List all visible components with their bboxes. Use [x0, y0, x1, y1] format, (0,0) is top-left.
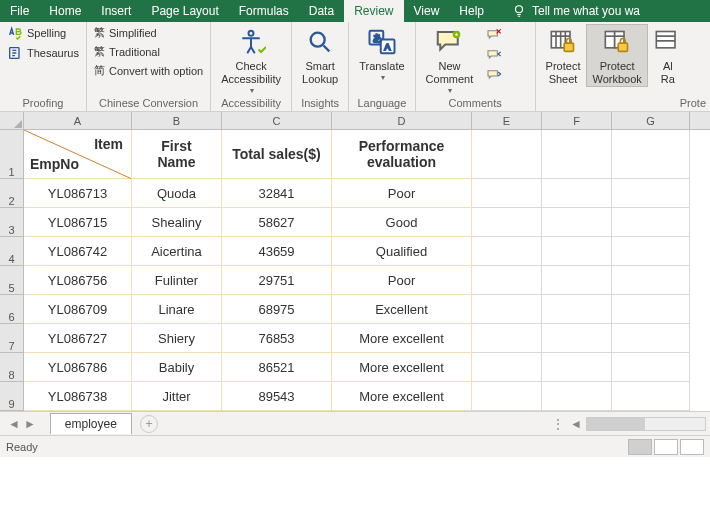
cell[interactable]: More excellent [332, 324, 472, 353]
row-header-8[interactable]: 8 [0, 353, 24, 382]
select-all-corner[interactable] [0, 112, 24, 129]
cell[interactable] [612, 324, 690, 353]
tab-review[interactable]: Review [344, 0, 403, 22]
cell[interactable] [472, 353, 542, 382]
tab-file[interactable]: File [0, 0, 39, 22]
cell[interactable] [542, 295, 612, 324]
cell[interactable]: YL086715 [24, 208, 132, 237]
sheet-tab-employee[interactable]: employee [50, 413, 132, 434]
cell[interactable] [472, 266, 542, 295]
row-header-4[interactable]: 4 [0, 237, 24, 266]
cell[interactable]: 89543 [222, 382, 332, 411]
tell-me-search[interactable]: Tell me what you wa [494, 0, 710, 22]
cell[interactable] [612, 295, 690, 324]
tab-page-layout[interactable]: Page Layout [141, 0, 228, 22]
row-header-2[interactable]: 2 [0, 179, 24, 208]
cell[interactable] [542, 382, 612, 411]
cell[interactable] [542, 324, 612, 353]
cell[interactable] [612, 130, 690, 179]
cell[interactable]: Aicertina [132, 237, 222, 266]
sheet-nav[interactable]: ◄ ► [0, 417, 44, 431]
cell[interactable]: YL086742 [24, 237, 132, 266]
cell[interactable]: Qualified [332, 237, 472, 266]
simplified-button[interactable]: 繁 Simplified [91, 24, 206, 41]
cell[interactable]: YL086786 [24, 353, 132, 382]
prev-comment-icon[interactable] [485, 48, 503, 64]
next-comment-icon[interactable] [485, 68, 503, 84]
thesaurus-button[interactable]: Thesaurus [4, 44, 82, 62]
convert-option-button[interactable]: 简 Convert with option [91, 62, 206, 79]
cell[interactable] [612, 382, 690, 411]
cell[interactable] [612, 179, 690, 208]
tab-insert[interactable]: Insert [91, 0, 141, 22]
cell[interactable] [472, 382, 542, 411]
allow-ranges-button[interactable]: AlRa [648, 24, 688, 86]
cell[interactable]: Babily [132, 353, 222, 382]
cell[interactable] [542, 130, 612, 179]
cell[interactable]: Shealiny [132, 208, 222, 237]
tab-formulas[interactable]: Formulas [229, 0, 299, 22]
cell[interactable]: Quoda [132, 179, 222, 208]
cell[interactable]: More excellent [332, 353, 472, 382]
cell[interactable] [542, 179, 612, 208]
cell[interactable]: YL086727 [24, 324, 132, 353]
cell[interactable]: Fulinter [132, 266, 222, 295]
cell[interactable] [542, 353, 612, 382]
page-layout-view-button[interactable] [654, 439, 678, 455]
cell[interactable]: Performanceevaluation [332, 130, 472, 179]
add-sheet-button[interactable]: ＋ [140, 415, 158, 433]
row-header-1[interactable]: 1 [0, 130, 24, 179]
cell[interactable]: FirstName [132, 130, 222, 179]
cell[interactable] [612, 237, 690, 266]
protect-sheet-button[interactable]: ProtectSheet [540, 24, 587, 86]
translate-button[interactable]: あA Translate▾ [353, 24, 410, 83]
cell[interactable] [472, 295, 542, 324]
cell[interactable]: Poor [332, 266, 472, 295]
col-header-G[interactable]: G [612, 112, 690, 129]
smart-lookup-button[interactable]: SmartLookup [296, 24, 344, 86]
row-header-5[interactable]: 5 [0, 266, 24, 295]
col-header-D[interactable]: D [332, 112, 472, 129]
cell[interactable]: 29751 [222, 266, 332, 295]
cell[interactable]: 68975 [222, 295, 332, 324]
cell[interactable]: YL086756 [24, 266, 132, 295]
cell[interactable] [542, 266, 612, 295]
cell[interactable]: Poor [332, 179, 472, 208]
cell[interactable]: YL086738 [24, 382, 132, 411]
cell[interactable] [542, 208, 612, 237]
col-header-F[interactable]: F [542, 112, 612, 129]
cell[interactable]: Jitter [132, 382, 222, 411]
cell[interactable]: Good [332, 208, 472, 237]
normal-view-button[interactable] [628, 439, 652, 455]
cell[interactable]: YL086713 [24, 179, 132, 208]
cell[interactable]: ItemEmpNo [24, 130, 132, 179]
cell[interactable]: 43659 [222, 237, 332, 266]
row-header-6[interactable]: 6 [0, 295, 24, 324]
row-header-9[interactable]: 9 [0, 382, 24, 411]
cell[interactable] [542, 237, 612, 266]
tab-help[interactable]: Help [449, 0, 494, 22]
tab-home[interactable]: Home [39, 0, 91, 22]
worksheet-grid[interactable]: 123456789 ItemEmpNoFirstNameTotal sales(… [0, 130, 710, 411]
nav-prev-icon[interactable]: ◄ [8, 417, 20, 431]
hscroll-left-icon[interactable]: ◄ [570, 417, 582, 431]
row-header-7[interactable]: 7 [0, 324, 24, 353]
nav-next-icon[interactable]: ► [24, 417, 36, 431]
spelling-button[interactable]: Spelling [4, 24, 82, 42]
delete-comment-icon[interactable] [485, 28, 503, 44]
cell[interactable] [612, 208, 690, 237]
cell[interactable] [472, 130, 542, 179]
tab-data[interactable]: Data [299, 0, 344, 22]
cell[interactable]: 32841 [222, 179, 332, 208]
horizontal-scrollbar[interactable] [586, 417, 706, 431]
col-header-A[interactable]: A [24, 112, 132, 129]
cell[interactable]: More excellent [332, 382, 472, 411]
cell[interactable]: 58627 [222, 208, 332, 237]
cell[interactable]: 76853 [222, 324, 332, 353]
traditional-button[interactable]: 繁 Traditional [91, 43, 206, 60]
cell[interactable]: YL086709 [24, 295, 132, 324]
cell[interactable]: Excellent [332, 295, 472, 324]
cell[interactable]: Linare [132, 295, 222, 324]
page-break-view-button[interactable] [680, 439, 704, 455]
cell[interactable]: 86521 [222, 353, 332, 382]
